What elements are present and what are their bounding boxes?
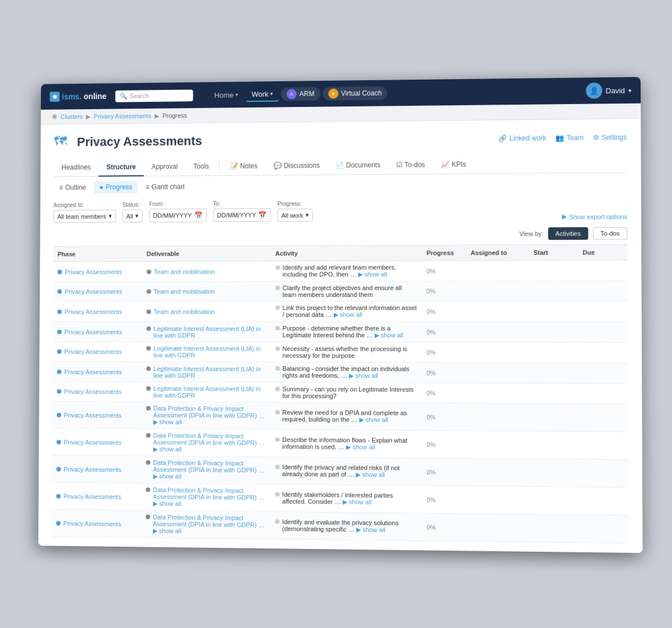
activity-cell[interactable]: Identify stakeholders / interested parti… [270, 484, 422, 513]
deliverable-cell[interactable]: Team and mobilisation [142, 261, 271, 282]
tab-notes[interactable]: 📝 Notes [222, 158, 266, 176]
table-row: Privacy AssessmentsData Protection & Pri… [52, 401, 628, 431]
assigned-caret: ▾ [109, 212, 112, 220]
deliverable-cell[interactable]: Legitimate Interest Assessment (LIA) in … [142, 321, 271, 342]
view-todos-btn[interactable]: To-dos [593, 227, 628, 239]
tab-todos[interactable]: ☑ To-dos [388, 156, 433, 175]
activity-cell[interactable]: Identify and add relevant team members, … [271, 261, 422, 282]
assigned-cell [466, 261, 529, 281]
nav-work[interactable]: Work ▾ [246, 87, 279, 101]
main-content: 🗺 Privacy Assessments 🔗 Linked work 👥 Te… [38, 119, 642, 553]
progress-filter-label: Progress: [277, 201, 313, 207]
due-cell [578, 260, 628, 281]
arm-avatar: A [287, 89, 297, 99]
outline-icon: ≡ [59, 184, 63, 192]
col-header-activity: Activity [271, 245, 422, 261]
vc-avatar: ♦ [328, 89, 338, 99]
due-cell [578, 301, 628, 322]
status-select[interactable]: All ▾ [122, 209, 142, 222]
due-cell [579, 459, 628, 487]
deliverable-cell[interactable]: Data Protection & Privacy Impact Assessm… [141, 456, 270, 485]
subtab-gantt[interactable]: ≡ Gantt chart [140, 180, 190, 193]
deliverable-cell[interactable]: Team and mobilisation [142, 301, 271, 322]
nav-vc-label: Virtual Coach [341, 89, 382, 98]
activity-cell[interactable]: Purpose - determine whether there is a L… [271, 321, 422, 342]
deliverable-cell[interactable]: Data Protection & Privacy Impact Assessm… [141, 483, 270, 511]
tabs-bar: Headlines Structure Approval Tools 📝 Not… [53, 155, 627, 177]
linked-work-icon: 🔗 [499, 134, 507, 142]
tab-headlines[interactable]: Headlines [53, 159, 98, 177]
phase-cell[interactable]: Privacy Assessments [53, 321, 142, 342]
phase-cell[interactable]: Privacy Assessments [53, 342, 142, 362]
phase-cell[interactable]: Privacy Assessments [52, 510, 141, 538]
deliverable-cell[interactable]: Legitimate Interest Assessment (LIA) in … [142, 342, 271, 362]
activity-cell[interactable]: Link this project to the relevant inform… [271, 301, 422, 321]
phase-cell[interactable]: Privacy Assessments [52, 482, 141, 510]
start-cell [529, 301, 578, 321]
view-activities-btn[interactable]: Activities [548, 227, 588, 239]
phase-cell[interactable]: Privacy Assessments [53, 282, 142, 301]
phase-cell[interactable]: Privacy Assessments [52, 361, 142, 382]
settings-action[interactable]: ⚙ Settings [593, 133, 627, 142]
breadcrumb-privacy[interactable]: Privacy Assessments [94, 113, 151, 120]
view-by-label: View by: [519, 230, 543, 237]
activity-cell[interactable]: Review the need for a DPIA and complete … [271, 402, 422, 431]
assigned-select[interactable]: All team members ▾ [53, 209, 116, 222]
activity-cell[interactable]: Necessity - assess whether the processin… [271, 342, 422, 362]
activity-cell[interactable]: Identify and evaluate the privacy soluti… [270, 511, 422, 540]
activity-cell[interactable]: Summary - can you rely on Legitimate Int… [271, 382, 422, 403]
table-row: Privacy AssessmentsData Protection & Pri… [52, 510, 629, 543]
deliverable-cell[interactable]: Team and mobilisation [142, 282, 271, 301]
deliverable-cell[interactable]: Data Protection & Privacy Impact Assessm… [141, 510, 270, 539]
table-row: Privacy AssessmentsLegitimate Interest A… [53, 342, 628, 363]
team-action[interactable]: 👥 Team [555, 134, 583, 142]
table-row: Privacy AssessmentsTeam and mobilisation… [53, 301, 628, 322]
deliverable-cell[interactable]: Legitimate Interest Assessment (LIA) in … [142, 382, 271, 402]
export-btn[interactable]: ▶ Show export options [562, 213, 627, 221]
subtab-progress[interactable]: ● Progress [94, 181, 138, 193]
due-cell [578, 383, 628, 404]
tab-kpis[interactable]: 📈 KPIs [433, 156, 474, 175]
breadcrumb-clusters[interactable]: Clusters [61, 113, 83, 120]
phase-cell[interactable]: Privacy Assessments [53, 262, 142, 282]
gantt-label: Gantt chart [152, 183, 185, 191]
phase-cell[interactable]: Privacy Assessments [52, 382, 142, 402]
nav-arm[interactable]: A ARM [281, 87, 320, 101]
deliverable-cell[interactable]: Data Protection & Privacy Impact Assessm… [142, 402, 271, 429]
activity-cell[interactable]: Describe the information flows - Explain… [271, 429, 422, 458]
progress-cell: 0% [422, 342, 466, 362]
activity-cell[interactable]: Identify the privacy and related risks (… [271, 457, 422, 485]
tab-structure[interactable]: Structure [98, 159, 143, 177]
logo[interactable]: ✱ isms.online [49, 91, 106, 102]
phase-cell[interactable]: Privacy Assessments [52, 455, 141, 483]
user-area[interactable]: 👤 David ▾ [586, 82, 631, 99]
to-calendar-icon: 📅 [258, 211, 267, 219]
nav-virtual-coach[interactable]: ♦ Virtual Coach [322, 86, 387, 101]
search-bar[interactable]: 🔍 Search [115, 89, 193, 102]
progress-cell: 0% [422, 362, 466, 383]
nav-work-label: Work [251, 89, 268, 98]
from-input[interactable]: DD/MM/YYYY 📅 [149, 209, 206, 222]
phase-cell[interactable]: Privacy Assessments [52, 401, 142, 428]
activity-cell[interactable]: Balancing - consider the impact on indiv… [271, 362, 422, 383]
export-label: Show export options [569, 213, 627, 220]
progress-select[interactable]: All work ▾ [277, 209, 313, 222]
to-input[interactable]: DD/MM/YYYY 📅 [213, 208, 271, 222]
linked-work-action[interactable]: 🔗 Linked work [499, 134, 546, 143]
deliverable-cell[interactable]: Data Protection & Privacy Impact Assessm… [142, 429, 271, 457]
tab-approval[interactable]: Approval [144, 158, 186, 176]
subtab-outline[interactable]: ≡ Outline [53, 181, 92, 194]
phase-cell[interactable]: Privacy Assessments [53, 301, 142, 322]
tab-documents[interactable]: 📄 Documents [327, 156, 388, 175]
nav-home[interactable]: Home ▾ [209, 88, 244, 101]
tab-discussions[interactable]: 💬 Discussions [266, 157, 328, 176]
assigned-label: Assigned to: [53, 202, 115, 208]
deliverable-cell[interactable]: Legitimate Interest Assessment (LIA) in … [142, 362, 271, 383]
nav-links: Home ▾ Work ▾ A ARM ♦ Virtual Coach [209, 86, 387, 102]
table-row: Privacy AssessmentsLegitimate Interest A… [52, 382, 628, 404]
start-cell [529, 383, 579, 404]
phase-cell[interactable]: Privacy Assessments [52, 428, 142, 456]
activity-cell[interactable]: Clarify the project objectives and ensur… [271, 281, 422, 301]
tab-tools[interactable]: Tools [185, 158, 217, 176]
filter-progress: Progress: All work ▾ [277, 201, 313, 222]
